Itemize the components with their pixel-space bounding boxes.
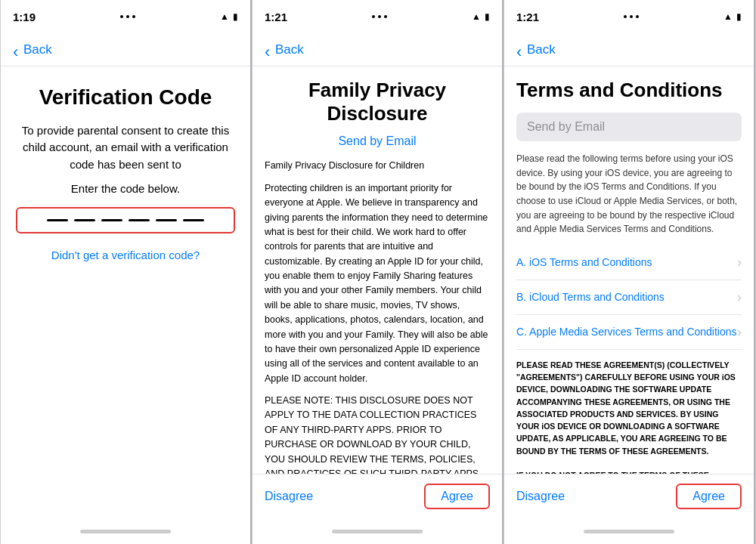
status-icons-3: ▲ ▮	[723, 11, 742, 22]
back-button-3[interactable]: Back	[516, 42, 556, 57]
screen2-footer: Disagree Agree	[253, 474, 502, 518]
status-center-2	[372, 15, 387, 18]
signal-dot-4	[372, 15, 375, 18]
status-center-3	[624, 15, 639, 18]
terms-row-a-label: A. iOS Terms and Conditions	[516, 256, 652, 268]
send-by-email-link-2[interactable]: Send by Email	[265, 134, 490, 148]
signal-dot-2	[126, 15, 129, 18]
screen3-body: Terms and Conditions Send by Email Pleas…	[504, 66, 754, 474]
status-bar-2: 1:21 ▲ ▮	[253, 0, 502, 33]
screen2-title: Family Privacy Disclosure	[265, 79, 490, 125]
code-dash-4	[129, 219, 150, 221]
chevron-left-icon-1	[13, 44, 20, 56]
screen3-title: Terms and Conditions	[516, 79, 742, 102]
signal-dot-9	[636, 15, 639, 18]
code-dash-5	[156, 219, 177, 221]
back-label-3: Back	[527, 42, 556, 57]
terms-body-text: Please read the following terms before u…	[516, 152, 742, 236]
wifi-icon-2: ▲	[472, 11, 481, 22]
resend-link[interactable]: Didn't get a verification code?	[51, 249, 200, 261]
home-bar-1	[80, 530, 171, 533]
signal-dot-5	[378, 15, 381, 18]
screen2-body: Family Privacy Disclosure Send by Email …	[253, 66, 502, 474]
screen1-desc: To provide parental consent to create th…	[16, 122, 235, 174]
terms-row-b-chevron: ›	[737, 289, 742, 305]
back-button-2[interactable]: Back	[265, 42, 304, 57]
terms-row-a-chevron: ›	[737, 255, 742, 270]
signal-dot-1	[120, 15, 123, 18]
screen1-title: Verification Code	[39, 85, 212, 110]
terms-row-a[interactable]: A. iOS Terms and Conditions ›	[516, 246, 742, 280]
disagree-button-3[interactable]: Disagree	[516, 490, 565, 503]
home-bar-2	[332, 530, 423, 533]
terms-row-c-chevron: ›	[737, 324, 742, 340]
phone-3: 1:21 ▲ ▮ Back Terms and Conditions Send …	[503, 0, 755, 544]
home-indicator-3	[504, 518, 754, 544]
status-bar-3: 1:21 ▲ ▮	[504, 0, 754, 33]
signal-dot-3	[132, 15, 135, 18]
back-label-2: Back	[275, 42, 304, 57]
nav-bar-1: Back	[1, 33, 250, 66]
phone-2: 1:21 ▲ ▮ Back Family Privacy Disclosure …	[252, 0, 503, 544]
code-dash-3	[101, 219, 122, 221]
battery-icon-3: ▮	[736, 11, 742, 22]
code-dash-2	[74, 219, 95, 221]
signal-dot-7	[624, 15, 627, 18]
privacy-para2: Protecting children is an important prio…	[265, 181, 490, 386]
phone-1: 1:19 ▲ ▮ Back Verification Code To provi…	[0, 0, 252, 544]
home-indicator-1	[1, 518, 250, 544]
agree-button-2[interactable]: Agree	[424, 484, 490, 509]
terms-row-b[interactable]: B. iCloud Terms and Conditions ›	[516, 280, 742, 315]
status-icons-1: ▲ ▮	[220, 11, 238, 22]
screen1-body: Verification Code To provide parental co…	[1, 66, 250, 518]
wifi-icon-1: ▲	[220, 11, 229, 22]
disagree-button-2[interactable]: Disagree	[265, 490, 313, 503]
home-indicator-2	[253, 518, 502, 544]
privacy-para3: PLEASE NOTE: THIS DISCLOSURE DOES NOT AP…	[265, 394, 490, 474]
terms-agreement-text: PLEASE READ THESE AGREEMENT(S) (COLLECTI…	[516, 359, 742, 474]
status-bar-1: 1:19 ▲ ▮	[1, 0, 250, 33]
home-bar-3	[584, 530, 674, 533]
nav-bar-2: Back	[253, 33, 502, 66]
signal-dot-8	[630, 15, 633, 18]
agree-button-3[interactable]: Agree	[676, 484, 742, 509]
status-time-3: 1:21	[516, 11, 539, 23]
wifi-icon-3: ▲	[723, 11, 733, 22]
privacy-text: Family Privacy Disclosure for Children P…	[265, 159, 490, 474]
status-time-2: 1:21	[265, 11, 287, 23]
screen1-content: Verification Code To provide parental co…	[1, 66, 250, 518]
status-center-1	[120, 15, 135, 18]
code-dash-1	[47, 219, 68, 221]
screen3-content: Terms and Conditions Send by Email Pleas…	[504, 66, 754, 518]
chevron-left-icon-2	[265, 44, 272, 56]
send-by-email-btn-3[interactable]: Send by Email	[516, 113, 742, 141]
nav-bar-3: Back	[504, 33, 754, 66]
signal-dot-6	[384, 15, 387, 18]
back-button-1[interactable]: Back	[13, 42, 52, 57]
screen3-scroll: Please read the following terms before u…	[516, 152, 742, 474]
screen2-content: Family Privacy Disclosure Send by Email …	[253, 66, 502, 518]
privacy-para1: Family Privacy Disclosure for Children	[265, 159, 490, 173]
terms-row-c-label: C. Apple Media Services Terms and Condit…	[516, 326, 737, 338]
terms-row-b-label: B. iCloud Terms and Conditions	[516, 291, 665, 303]
screen3-footer: Disagree Agree	[504, 474, 754, 518]
chevron-left-icon-3	[516, 44, 524, 56]
terms-row-c[interactable]: C. Apple Media Services Terms and Condit…	[516, 315, 742, 350]
back-label-1: Back	[23, 42, 52, 57]
battery-icon-2: ▮	[485, 11, 490, 22]
status-icons-2: ▲ ▮	[472, 11, 490, 22]
battery-icon-1: ▮	[233, 11, 238, 22]
code-dash-6	[183, 219, 204, 221]
status-time-1: 1:19	[13, 11, 36, 23]
code-input-box[interactable]	[16, 207, 235, 233]
screen1-enter: Enter the code below.	[71, 182, 180, 195]
